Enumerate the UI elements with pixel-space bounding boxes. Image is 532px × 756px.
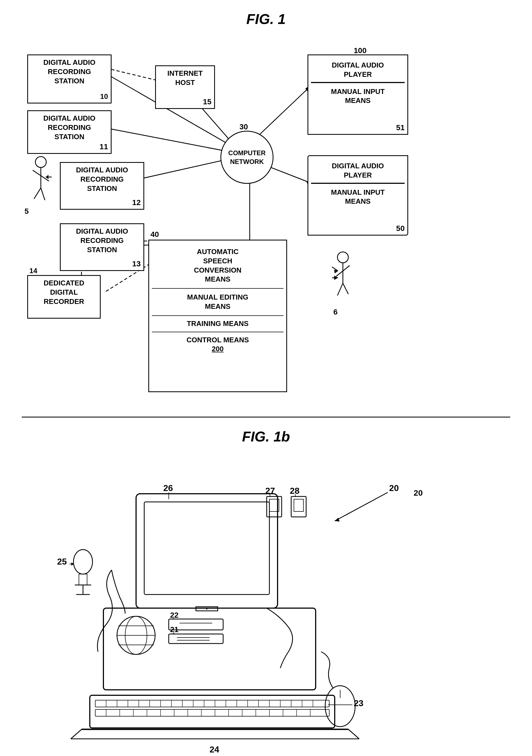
svg-rect-117	[291, 497, 306, 517]
svg-text:26: 26	[163, 483, 173, 493]
dap50-number: 50	[396, 224, 405, 233]
fig1b-title: FIG. 1b	[22, 428, 510, 445]
dar12-number: 12	[132, 198, 141, 207]
dar10-box: DIGITAL AUDIORECORDINGSTATION 10	[27, 54, 112, 103]
svg-rect-118	[294, 499, 303, 511]
svg-marker-25	[46, 175, 48, 179]
svg-point-105	[73, 550, 92, 574]
fig1-title: FIG. 1	[22, 11, 510, 27]
svg-line-28	[336, 271, 343, 276]
page: FIG. 1	[0, 0, 532, 756]
dar12-label: DIGITAL AUDIORECORDINGSTATION	[63, 166, 141, 193]
dar13-label: DIGITAL AUDIORECORDINGSTATION	[63, 227, 141, 255]
svg-line-22	[34, 188, 41, 199]
network-number: 30	[240, 122, 248, 131]
svg-line-30	[338, 283, 343, 295]
internet-number: 15	[203, 97, 212, 107]
dedicated-label: DEDICATEDDIGITALRECORDER	[31, 279, 97, 306]
dedicated-box: DEDICATEDDIGITALRECORDER 14	[27, 275, 101, 319]
dap50-label: DIGITAL AUDIOPLAYER	[311, 159, 405, 181]
internet-box: INTERNETHOST 15	[155, 66, 215, 109]
conversion-number: 40	[150, 230, 159, 239]
conversion-box: 40 AUTOMATICSPEECHCONVERSIONMEANS MANUAL…	[148, 240, 287, 392]
svg-rect-50	[169, 634, 223, 643]
dar13-number: 13	[132, 259, 141, 269]
section-divider	[22, 417, 510, 418]
svg-text:28: 28	[290, 486, 300, 496]
svg-line-23	[41, 188, 45, 200]
conversion-section4: CONTROL MEANS200	[152, 332, 284, 357]
dap50-sublabel: MANUAL INPUTMEANS	[311, 185, 405, 209]
conversion-section1: AUTOMATICSPEECHCONVERSIONMEANS	[152, 243, 284, 289]
svg-rect-58	[95, 700, 329, 707]
svg-line-2	[106, 128, 234, 152]
svg-line-97	[71, 729, 82, 739]
dar11-box: DIGITAL AUDIORECORDINGSTATION 11	[27, 110, 112, 154]
fig1-diagram: DIGITAL AUDIORECORDINGSTATION 10 INTERNE…	[22, 38, 510, 406]
network-circle: COMPUTERNETWORK	[220, 131, 273, 184]
svg-text:27: 27	[265, 486, 275, 496]
stick-figure-5	[24, 155, 57, 210]
svg-text:21: 21	[170, 625, 179, 634]
svg-line-122	[335, 492, 388, 521]
svg-text:24: 24	[210, 744, 219, 754]
svg-rect-40	[103, 608, 316, 690]
stick-figure-6	[327, 251, 359, 305]
dap51-label: DIGITAL AUDIOPLAYER	[311, 58, 405, 81]
dar12-box: DIGITAL AUDIORECORDINGSTATION 12	[60, 162, 144, 210]
svg-text:22: 22	[170, 611, 179, 619]
control-number: 200	[212, 345, 223, 353]
dap51-number: 51	[396, 123, 405, 133]
dar13-box: DIGITAL AUDIORECORDINGSTATION 13	[60, 223, 144, 271]
dar11-label: DIGITAL AUDIORECORDINGSTATION	[31, 114, 108, 141]
network-label: COMPUTERNETWORK	[228, 149, 266, 166]
svg-line-29	[343, 265, 350, 271]
svg-point-18	[36, 157, 46, 168]
conversion-section2: MANUAL EDITINGMEANS	[152, 289, 284, 316]
fig1b-diagram: 26 22 21	[22, 461, 510, 756]
conversion-section3: TRAINING MEANS	[152, 316, 284, 332]
dap51-box: DIGITAL AUDIOPLAYER MANUAL INPUTMEANS 51	[308, 54, 408, 135]
label-100: 100	[354, 46, 367, 55]
svg-line-98	[348, 729, 359, 739]
svg-line-20	[33, 170, 41, 176]
dar10-label: DIGITAL AUDIORECORDINGSTATION	[31, 58, 108, 86]
svg-text:25: 25	[57, 557, 67, 566]
svg-line-9	[258, 87, 309, 136]
dap51-sublabel: MANUAL INPUTMEANS	[311, 84, 405, 108]
dap50-box: DIGITAL AUDIOPLAYER MANUAL INPUTMEANS 50	[308, 155, 408, 235]
svg-text:20: 20	[389, 483, 399, 493]
svg-rect-59	[95, 710, 329, 716]
svg-rect-37	[144, 502, 269, 595]
label-20: 20	[414, 488, 423, 498]
dedicated-number: 14	[29, 266, 37, 276]
dar10-number: 10	[100, 92, 108, 101]
svg-point-26	[338, 252, 348, 263]
internet-label: INTERNETHOST	[159, 69, 212, 87]
svg-rect-106	[79, 574, 87, 585]
svg-rect-36	[136, 494, 278, 608]
svg-rect-113	[267, 497, 282, 517]
svg-text:23: 23	[354, 698, 364, 708]
dar11-number: 11	[100, 142, 108, 152]
label-6: 6	[333, 308, 338, 316]
label-5: 5	[24, 207, 29, 216]
svg-line-31	[343, 283, 348, 294]
computer-workstation-svg: 26 22 21	[22, 461, 512, 756]
